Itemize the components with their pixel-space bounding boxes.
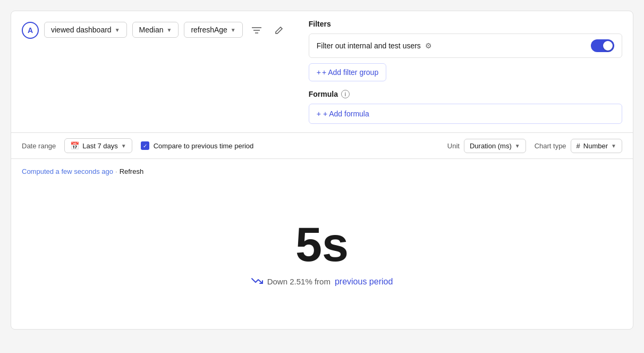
filter-toggle[interactable]: [591, 39, 614, 52]
aggregation-dropdown[interactable]: Median ▼: [132, 22, 179, 38]
trend-period-link[interactable]: previous period: [335, 277, 393, 287]
separator: ·: [115, 167, 117, 175]
filter-row-text: Filter out internal and test users ⚙: [317, 41, 432, 50]
compare-checkbox-wrap[interactable]: ✓ Compare to previous time period: [141, 141, 254, 150]
formula-section: Formula i + + Add formula: [309, 90, 622, 124]
unit-wrap: Unit Duration (ms) ▼: [447, 139, 526, 153]
chevron-down-icon: ▼: [166, 27, 172, 33]
chevron-down-icon: ▼: [231, 27, 236, 33]
filters-label: Filters: [309, 20, 622, 28]
filter-internal-row: Filter out internal and test users ⚙: [309, 33, 622, 58]
add-filter-group-button[interactable]: + + Add filter group: [309, 63, 386, 81]
chevron-down-icon: ▼: [115, 27, 120, 33]
trend-down-icon: [251, 277, 263, 287]
toggle-track: [591, 39, 614, 52]
formula-label: Formula i: [309, 90, 622, 98]
bottom-toolbar: Date range 📅 Last 7 days ▼ ✓ Compare to …: [11, 133, 633, 159]
top-section: A viewed dashboard ▼ Median ▼ refreshAge…: [11, 11, 633, 133]
plus-icon: +: [317, 68, 321, 77]
unit-dropdown[interactable]: Duration (ms) ▼: [464, 139, 526, 153]
hash-icon: #: [577, 142, 580, 150]
edit-icon-button[interactable]: [270, 22, 287, 39]
chart-type-dropdown[interactable]: # Number ▼: [571, 139, 622, 153]
toggle-thumb: [603, 41, 613, 51]
computed-status: Computed a few seconds ago · Refresh: [22, 167, 143, 175]
calendar-icon: 📅: [70, 141, 79, 150]
chart-type-wrap: Chart type # Number ▼: [535, 139, 622, 153]
filter-icon-button[interactable]: [248, 22, 265, 39]
add-formula-button[interactable]: + + Add formula: [309, 104, 622, 124]
avatar: A: [22, 22, 39, 39]
trend-row: Down 2.51% from previous period: [251, 277, 393, 287]
chart-type-label: Chart type: [535, 142, 566, 150]
left-controls: A viewed dashboard ▼ Median ▼ refreshAge…: [22, 20, 287, 124]
date-range-dropdown[interactable]: 📅 Last 7 days ▼: [64, 138, 132, 153]
compare-checkbox[interactable]: ✓: [141, 141, 149, 150]
right-filters: Filters Filter out internal and test use…: [309, 20, 622, 124]
big-value: 5s: [295, 221, 349, 268]
event-dropdown[interactable]: viewed dashboard ▼: [44, 22, 127, 38]
refresh-link[interactable]: Refresh: [120, 167, 144, 175]
chevron-down-icon: ▼: [611, 143, 616, 149]
chevron-down-icon: ▼: [515, 143, 520, 149]
plus-icon: +: [317, 110, 321, 118]
unit-label: Unit: [447, 142, 460, 150]
big-value-area: 5s Down 2.51% from previous period: [22, 175, 622, 321]
gear-icon[interactable]: ⚙: [425, 41, 432, 50]
chevron-down-icon: ▼: [121, 143, 126, 149]
date-range-label: Date range: [22, 142, 56, 150]
info-icon: i: [341, 90, 350, 98]
main-card: A viewed dashboard ▼ Median ▼ refreshAge…: [11, 11, 633, 330]
property-dropdown[interactable]: refreshAge ▼: [184, 22, 242, 38]
trend-text: Down 2.51% from: [267, 277, 331, 286]
data-area: Computed a few seconds ago · Refresh 5s …: [11, 159, 633, 329]
